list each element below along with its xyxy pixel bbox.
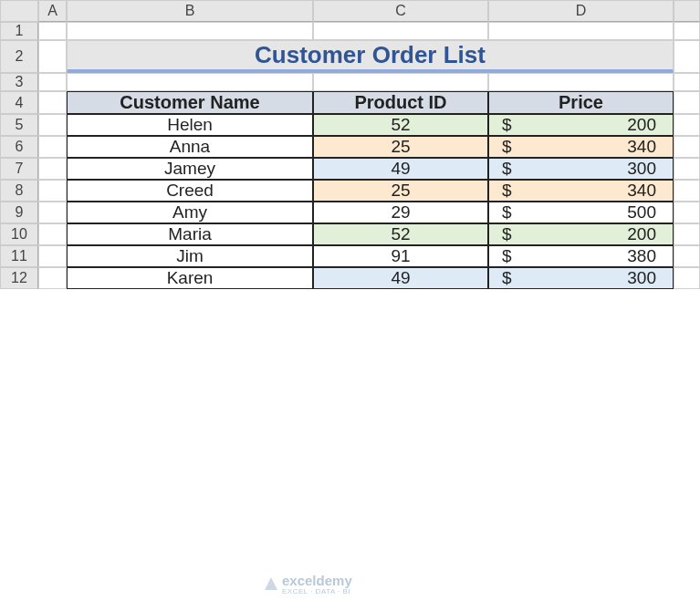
cell[interactable]	[674, 245, 700, 267]
row-header-10[interactable]: 10	[0, 223, 38, 245]
name-cell[interactable]: Maria	[67, 223, 313, 245]
row-header-6[interactable]: 6	[0, 136, 38, 158]
price-value: 200	[627, 115, 656, 135]
header-price[interactable]: Price	[488, 91, 674, 114]
cell[interactable]	[674, 202, 700, 223]
cell[interactable]	[674, 91, 700, 114]
header-name[interactable]: Customer Name	[67, 91, 313, 114]
cell[interactable]	[38, 114, 67, 136]
currency-symbol: $	[502, 137, 512, 157]
cell[interactable]	[38, 22, 67, 40]
price-value: 200	[627, 224, 656, 244]
watermark: exceldemy EXCEL · DATA · BI	[265, 573, 352, 595]
price-cell[interactable]: $200	[488, 114, 674, 136]
price-value: 300	[627, 268, 656, 288]
row-header-5[interactable]: 5	[0, 114, 38, 136]
cell[interactable]	[313, 22, 488, 40]
currency-symbol: $	[502, 246, 512, 266]
cell[interactable]	[67, 73, 313, 91]
watermark-tagline: EXCEL · DATA · BI	[282, 588, 352, 595]
cell[interactable]	[38, 267, 67, 289]
name-cell[interactable]: Anna	[67, 136, 313, 158]
cell[interactable]	[674, 158, 700, 180]
price-value: 340	[627, 137, 656, 157]
cell[interactable]	[38, 91, 67, 114]
cell[interactable]	[674, 114, 700, 136]
pid-cell[interactable]: 91	[313, 245, 488, 267]
cell[interactable]	[38, 158, 67, 180]
price-value: 380	[627, 246, 656, 266]
currency-symbol: $	[502, 159, 512, 179]
price-value: 340	[627, 181, 656, 201]
cell[interactable]	[38, 73, 67, 91]
cell[interactable]	[488, 22, 674, 40]
cell[interactable]	[674, 22, 700, 40]
pid-cell[interactable]: 49	[313, 158, 488, 180]
pid-cell[interactable]: 25	[313, 136, 488, 158]
pid-cell[interactable]: 25	[313, 180, 488, 202]
price-cell[interactable]: $340	[488, 180, 674, 202]
col-header-[interactable]	[674, 0, 700, 22]
cell[interactable]	[67, 22, 313, 40]
col-header-C[interactable]: C	[313, 0, 488, 22]
row-header-9[interactable]: 9	[0, 202, 38, 223]
row-header-3[interactable]: 3	[0, 73, 38, 91]
name-cell[interactable]: Karen	[67, 267, 313, 289]
currency-symbol: $	[502, 115, 512, 135]
row-header-7[interactable]: 7	[0, 158, 38, 180]
pid-cell[interactable]: 52	[313, 114, 488, 136]
title-cell[interactable]: Customer Order List	[67, 40, 674, 73]
price-cell[interactable]: $200	[488, 223, 674, 245]
price-cell[interactable]: $300	[488, 267, 674, 289]
watermark-icon	[265, 577, 277, 590]
col-header-A[interactable]: A	[38, 0, 67, 22]
corner-cell[interactable]	[0, 0, 38, 22]
row-header-2[interactable]: 2	[0, 40, 38, 73]
pid-cell[interactable]: 29	[313, 202, 488, 223]
row-header-11[interactable]: 11	[0, 245, 38, 267]
name-cell[interactable]: Amy	[67, 202, 313, 223]
name-cell[interactable]: Creed	[67, 180, 313, 202]
currency-symbol: $	[502, 202, 512, 223]
cell[interactable]	[674, 267, 700, 289]
price-cell[interactable]: $300	[488, 158, 674, 180]
price-cell[interactable]: $340	[488, 136, 674, 158]
col-header-D[interactable]: D	[488, 0, 674, 22]
row-header-8[interactable]: 8	[0, 180, 38, 202]
price-cell[interactable]: $500	[488, 202, 674, 223]
cell[interactable]	[38, 245, 67, 267]
cell[interactable]	[38, 202, 67, 223]
cell[interactable]	[38, 223, 67, 245]
cell[interactable]	[674, 73, 700, 91]
row-header-1[interactable]: 1	[0, 22, 38, 40]
name-cell[interactable]: Jim	[67, 245, 313, 267]
cell[interactable]	[674, 40, 700, 73]
cell[interactable]	[313, 73, 488, 91]
watermark-brand: exceldemy	[282, 573, 352, 588]
pid-cell[interactable]: 49	[313, 267, 488, 289]
cell[interactable]	[674, 136, 700, 158]
price-cell[interactable]: $380	[488, 245, 674, 267]
name-cell[interactable]: Helen	[67, 114, 313, 136]
row-header-12[interactable]: 12	[0, 267, 38, 289]
header-pid[interactable]: Product ID	[313, 91, 488, 114]
currency-symbol: $	[502, 224, 512, 244]
price-value: 500	[627, 202, 656, 223]
row-header-4[interactable]: 4	[0, 91, 38, 114]
price-value: 300	[627, 159, 656, 179]
cell[interactable]	[38, 40, 67, 73]
col-header-B[interactable]: B	[67, 0, 313, 22]
cell[interactable]	[674, 223, 700, 245]
cell[interactable]	[488, 73, 674, 91]
currency-symbol: $	[502, 268, 512, 288]
name-cell[interactable]: Jamey	[67, 158, 313, 180]
pid-cell[interactable]: 52	[313, 223, 488, 245]
cell[interactable]	[38, 136, 67, 158]
cell[interactable]	[38, 180, 67, 202]
currency-symbol: $	[502, 181, 512, 201]
cell[interactable]	[674, 180, 700, 202]
